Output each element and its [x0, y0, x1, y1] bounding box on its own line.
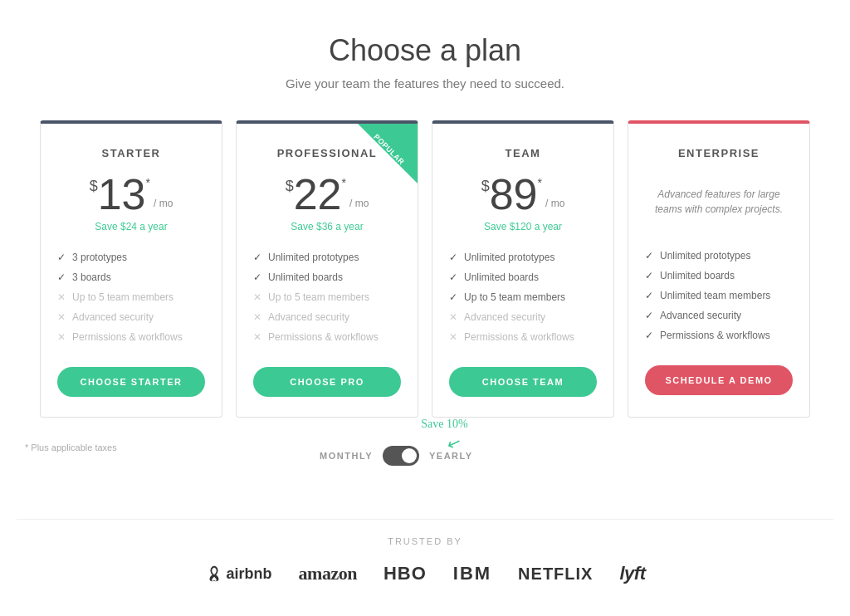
- feature-item-disabled: ✕Up to 5 team members: [253, 287, 401, 307]
- yearly-label: YEARLY: [429, 451, 473, 461]
- check-icon: ✓: [645, 290, 653, 301]
- feature-item: ✓Advanced security: [645, 306, 793, 325]
- airbnb-text: airbnb: [227, 565, 272, 583]
- price-save-team: Save $120 a year: [449, 221, 597, 232]
- logo-lyft: lyft: [619, 563, 645, 584]
- page-title: Choose a plan: [17, 33, 833, 68]
- x-icon: ✕: [57, 291, 66, 303]
- price-dollar-starter: $: [90, 178, 98, 195]
- page-subtitle: Give your team the features they need to…: [17, 76, 833, 90]
- logo-airbnb: airbnb: [205, 565, 272, 583]
- feature-item-disabled: ✕Up to 5 team members: [57, 287, 205, 307]
- feature-item: ✓Unlimited boards: [253, 267, 401, 287]
- price-period-team: / mo: [545, 198, 564, 209]
- trusted-logos: airbnb amazon HBO IBM NETFLIX lyft: [17, 563, 833, 584]
- x-icon: ✕: [449, 331, 457, 343]
- logo-ibm: IBM: [453, 563, 491, 584]
- plan-card-enterprise: ENTERPRISE Advanced features for large t…: [628, 120, 810, 418]
- feature-item: ✓Permissions & workflows: [645, 325, 793, 345]
- check-icon: ✓: [645, 330, 653, 341]
- check-icon: ✓: [253, 271, 261, 283]
- footnote: * Plus applicable taxes: [25, 442, 117, 452]
- price-asterisk-professional: *: [342, 176, 346, 189]
- billing-toggle[interactable]: [383, 446, 419, 466]
- billing-toggle-section: MONTHLY YEARLY: [320, 446, 472, 466]
- plans-container: STARTER $ 13 * / mo Save $24 a year ✓3 p…: [17, 120, 833, 418]
- trusted-section: TRUSTED BY airbnb amazon HBO IBM NETFLIX…: [17, 519, 833, 584]
- plan-price-team: $ 89 * / mo: [449, 173, 597, 216]
- price-asterisk-starter: *: [146, 176, 150, 189]
- x-icon: ✕: [57, 331, 66, 343]
- plan-price-professional: $ 22 * / mo: [253, 173, 401, 216]
- price-asterisk-team: *: [538, 176, 542, 189]
- page-header: Choose a plan Give your team the feature…: [17, 33, 833, 90]
- plan-name-starter: STARTER: [57, 147, 205, 159]
- price-number-starter: 13: [98, 173, 146, 216]
- plan-card-starter: STARTER $ 13 * / mo Save $24 a year ✓3 p…: [40, 120, 222, 418]
- enterprise-description: Advanced features for large teams with c…: [645, 173, 793, 231]
- logo-amazon: amazon: [299, 563, 357, 584]
- price-period-professional: / mo: [349, 198, 369, 209]
- check-icon: ✓: [449, 291, 457, 303]
- monthly-label: MONTHLY: [320, 451, 373, 461]
- feature-item: ✓Unlimited boards: [449, 267, 597, 287]
- check-icon: ✓: [449, 252, 457, 263]
- trusted-label: TRUSTED BY: [17, 536, 833, 546]
- features-list-professional: ✓Unlimited prototypes ✓Unlimited boards …: [253, 247, 401, 347]
- feature-item: ✓3 boards: [57, 267, 205, 287]
- feature-item-disabled: ✕Advanced security: [57, 307, 205, 327]
- x-icon: ✕: [253, 331, 261, 343]
- feature-item-disabled: ✕Advanced security: [449, 307, 597, 327]
- features-list-team: ✓Unlimited prototypes ✓Unlimited boards …: [449, 247, 597, 347]
- logo-hbo: HBO: [383, 563, 427, 584]
- x-icon: ✕: [57, 311, 66, 323]
- choose-starter-button[interactable]: CHOOSE STARTER: [57, 367, 205, 397]
- features-list-starter: ✓3 prototypes ✓3 boards ✕Up to 5 team me…: [57, 247, 205, 347]
- feature-item-disabled: ✕Permissions & workflows: [449, 327, 597, 347]
- check-icon: ✓: [253, 252, 261, 263]
- feature-item: ✓Unlimited prototypes: [253, 247, 401, 267]
- price-save-professional: Save $36 a year: [253, 221, 401, 232]
- feature-item: ✓Unlimited boards: [645, 266, 793, 286]
- schedule-demo-button[interactable]: SCHEDULE A DEMO: [645, 365, 793, 395]
- feature-item-disabled: ✕Permissions & workflows: [253, 327, 401, 347]
- toggle-knob: [402, 448, 417, 463]
- plan-card-team: TEAM $ 89 * / mo Save $120 a year ✓Unlim…: [432, 120, 614, 418]
- plan-card-professional: POPULAR PROFESSIONAL $ 22 * / mo Save $3…: [236, 120, 418, 418]
- feature-item-disabled: ✕Advanced security: [253, 307, 401, 327]
- x-icon: ✕: [253, 291, 261, 303]
- airbnb-icon: [205, 565, 223, 583]
- check-icon: ✓: [449, 271, 457, 283]
- save-badge: Save 10%: [421, 418, 479, 431]
- price-number-professional: 22: [294, 173, 342, 216]
- check-icon: ✓: [645, 310, 653, 321]
- plan-name-enterprise: ENTERPRISE: [645, 147, 793, 159]
- choose-pro-button[interactable]: CHOOSE PRO: [253, 367, 401, 397]
- check-icon: ✓: [645, 270, 653, 281]
- feature-item: ✓Up to 5 team members: [449, 287, 597, 307]
- check-icon: ✓: [57, 271, 66, 283]
- plan-name-team: TEAM: [449, 147, 597, 159]
- feature-item: ✓Unlimited prototypes: [449, 247, 597, 267]
- features-list-enterprise: ✓Unlimited prototypes ✓Unlimited boards …: [645, 246, 793, 345]
- feature-item: ✓Unlimited team members: [645, 286, 793, 306]
- plan-name-professional: PROFESSIONAL: [253, 147, 401, 159]
- check-icon: ✓: [57, 252, 66, 263]
- price-save-starter: Save $24 a year: [57, 221, 205, 232]
- plan-price-starter: $ 13 * / mo: [57, 173, 205, 216]
- feature-item-disabled: ✕Permissions & workflows: [57, 327, 205, 347]
- price-period-starter: / mo: [154, 198, 173, 209]
- x-icon: ✕: [253, 311, 261, 323]
- feature-item: ✓3 prototypes: [57, 247, 205, 267]
- choose-team-button[interactable]: CHOOSE TEAM: [449, 367, 597, 397]
- price-number-team: 89: [490, 173, 538, 216]
- logo-netflix: NETFLIX: [518, 565, 593, 584]
- x-icon: ✕: [449, 311, 457, 323]
- billing-wrapper: * Plus applicable taxes Save 10% ↙ MONTH…: [17, 442, 833, 486]
- feature-item: ✓Unlimited prototypes: [645, 246, 793, 266]
- price-dollar-professional: $: [286, 178, 294, 195]
- price-dollar-team: $: [481, 178, 490, 195]
- check-icon: ✓: [645, 250, 653, 262]
